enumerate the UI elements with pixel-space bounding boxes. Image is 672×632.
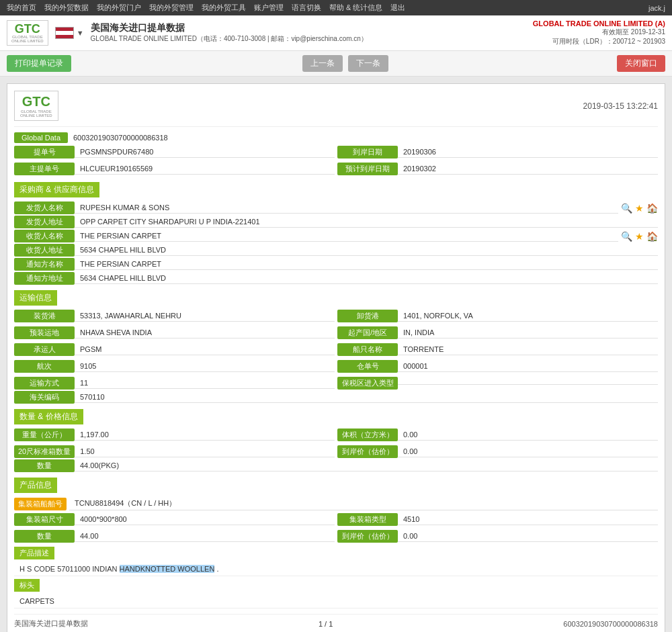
ldr-info: 可用时段（LDR）：200712 ~ 201903 [533, 37, 665, 46]
warehouse-row: 仓单号 000001 [337, 360, 658, 373]
container-no-label: 集装箱船舶号 [14, 498, 67, 510]
container-type-label: 集装箱类型 [337, 513, 398, 526]
consignee-name-row: 收货人名称 THE PERSIAN CARPET 🔍 ★ 🏠 [14, 230, 658, 242]
logo: GTC GLOBAL TRADEONLINE LIMITED [7, 20, 48, 46]
nav-home[interactable]: 我的首页 [7, 3, 36, 13]
shipper-star-icon[interactable]: ★ [635, 203, 644, 214]
origin-label: 起产国/地区 [337, 326, 398, 339]
product-desc-title: 产品描述 [14, 547, 54, 559]
next-button[interactable]: 下一条 [348, 55, 388, 72]
main-bill-info: 主提单号 HLCUEUR190165569 预计到岸日期 20190302 [14, 163, 658, 177]
nav-tools[interactable]: 我的外贸工具 [202, 3, 246, 13]
container-size-label: 集装箱尺寸 [14, 513, 75, 526]
nav-logout[interactable]: 退出 [390, 3, 405, 13]
transport-grid: 装货港 53313, JAWAHARLAL NEHRU 卸货港 1401, NO… [14, 310, 658, 391]
product-arrival-price-value: 0.00 [398, 531, 658, 542]
nav-help[interactable]: 帮助 & 统计信息 [329, 3, 382, 13]
consignee-actions: 🔍 ★ 🏠 [621, 231, 658, 242]
nav-portal[interactable]: 我的外贸门户 [97, 3, 141, 13]
global-data-value: 60032019030700000086318 [68, 132, 173, 143]
nav-management[interactable]: 我的外贸管理 [149, 3, 194, 13]
weight-row: 重量（公斤） 1,197.00 [14, 428, 335, 441]
prev-button[interactable]: 上一条 [302, 55, 343, 72]
notify-addr-label: 通知方地址 [14, 272, 75, 285]
footer-pagination: 1 / 1 [319, 620, 333, 628]
expected-date-row: 预计到岸日期 20190302 [337, 163, 658, 175]
quantity-value: 44.00(PKG) [75, 460, 658, 471]
consignee-name-value: THE PERSIAN CARPET [75, 230, 618, 242]
main-bill-value: HLCUEUR190165569 [75, 163, 335, 175]
expected-date-value: 20190302 [398, 163, 658, 175]
product-quantity-value: 44.00 [75, 531, 335, 542]
container-type-row: 集装箱类型 4510 [337, 513, 658, 526]
quantity-section-title: 数量 & 价格信息 [14, 409, 83, 424]
quantity-label: 数量 [14, 459, 75, 472]
transport-section-title: 运输信息 [14, 290, 57, 306]
carrier-label: 承运人 [14, 343, 75, 356]
main-bill-row: 主提单号 HLCUEUR190165569 [14, 163, 335, 175]
flag-selector[interactable]: ▼ [55, 27, 84, 39]
container-no-row: 集装箱船舶号 TCNU8818494（CN / L / HH） [14, 497, 658, 510]
product-quantity-row: 数量 44.00 [14, 530, 335, 543]
tag-value: CARPETS [14, 594, 658, 608]
consignee-star-icon[interactable]: ★ [635, 231, 644, 242]
page-title-area: 美国海关进口提单数据 GLOBAL TRADE ONLINE LIMITED（电… [91, 22, 368, 44]
transport-mode-label: 运输方式 [14, 377, 75, 390]
product-section: 产品信息 集装箱船舶号 TCNU8818494（CN / L / HH） 集装箱… [14, 478, 658, 608]
footer-record-id: 60032019030700000086318 [563, 620, 658, 628]
pre-carriage-row: 预装运地 NHAVA SHEVA INDIA [14, 326, 335, 339]
consignee-name-label: 收货人名称 [14, 230, 75, 242]
bonded-value [398, 381, 658, 385]
container20-row: 20尺标准箱数量 1.50 [14, 445, 335, 458]
shipper-search-icon[interactable]: 🔍 [621, 203, 632, 214]
transport-mode-row: 运输方式 11 [14, 377, 335, 390]
warehouse-value: 000001 [398, 361, 658, 372]
tag-label: 标头 [14, 579, 40, 592]
global-data-row: Global Data 60032019030700000086318 [14, 132, 658, 143]
bill-no-label: 提单号 [14, 146, 75, 159]
shipper-home-icon[interactable]: 🏠 [646, 203, 658, 214]
volume-value: 0.00 [398, 429, 658, 441]
loading-port-value: 53313, JAWAHARLAL NEHRU [75, 310, 335, 322]
shipper-addr-value: OPP CARPET CITY SHARDAPURI U P INDIA-221… [75, 216, 658, 228]
container-type-value: 4510 [398, 514, 658, 525]
product-section-title: 产品信息 [14, 478, 57, 493]
desc-text-before: H S CODE 57011000 INDIAN [19, 565, 120, 573]
voyage-row: 航次 9105 [14, 360, 335, 373]
volume-label: 体积（立方米） [337, 428, 398, 441]
product-grid: 集装箱尺寸 4000*900*800 集装箱类型 4510 数量 44.00 到… [14, 513, 658, 544]
consignee-addr-label: 收货人地址 [14, 244, 75, 257]
close-button[interactable]: 关闭窗口 [617, 55, 665, 72]
header-logo-area: GTC GLOBAL TRADEONLINE LIMITED ▼ 美国海关进口提… [7, 20, 368, 46]
vessel-value: TORRENTE [398, 344, 658, 355]
bill-no-value: PGSMNSPDUR67480 [75, 146, 335, 158]
consignee-search-icon[interactable]: 🔍 [621, 231, 632, 242]
notify-name-row: 通知方名称 THE PERSIAN CARPET [14, 258, 658, 271]
container-size-row: 集装箱尺寸 4000*900*800 [14, 513, 335, 526]
container-no-value: TCNU8818494（CN / L / HH） [69, 497, 658, 510]
arrival-date-value: 20190306 [398, 146, 658, 158]
record-header: GTC GLOBAL TRADEONLINE LIMITED 2019-03-1… [14, 91, 658, 127]
global-data-label: Global Data [14, 132, 68, 143]
container-size-value: 4000*900*800 [75, 514, 335, 525]
print-button[interactable]: 打印提单记录 [7, 55, 71, 72]
bonded-row: 保税区进入类型 [337, 377, 658, 390]
nav-account[interactable]: 账户管理 [254, 3, 284, 13]
vessel-row: 船只名称 TORRENTE [337, 343, 658, 356]
notify-addr-value: 5634 CHAPEL HILL BLVD [75, 273, 658, 284]
desc-highlighted: HANDKNOTTED WOOLLEN [120, 565, 215, 573]
pre-carriage-label: 预装运地 [14, 326, 75, 339]
nav-trade-data[interactable]: 我的外贸数据 [44, 3, 89, 13]
product-arrival-price-row: 到岸价（估价） 0.00 [337, 530, 658, 543]
weight-label: 重量（公斤） [14, 428, 75, 441]
volume-row: 体积（立方米） 0.00 [337, 428, 658, 441]
bill-no-row: 提单号 PGSMNSPDUR67480 [14, 146, 335, 159]
discharge-port-value: 1401, NORFOLK, VA [398, 310, 658, 322]
shipper-addr-label: 发货人地址 [14, 216, 75, 228]
voyage-label: 航次 [14, 360, 75, 373]
company-info: GLOBAL TRADE ONLINE LIMITED（电话：400-710-3… [91, 34, 368, 44]
transport-mode-value: 11 [75, 377, 335, 389]
arrival-price-row: 到岸价（估价） 0.00 [337, 445, 658, 458]
nav-language[interactable]: 语言切换 [292, 3, 321, 13]
consignee-home-icon[interactable]: 🏠 [646, 231, 658, 242]
